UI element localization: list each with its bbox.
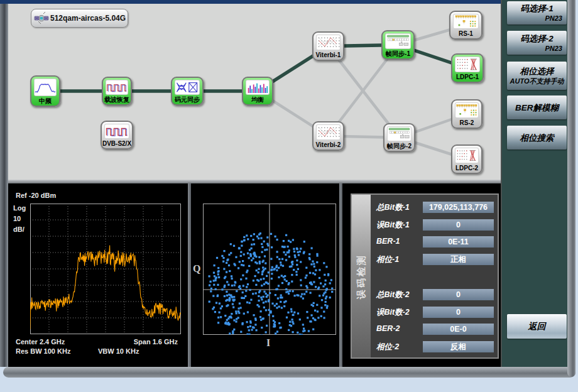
ber-row-value: 179,025,113,776 (423, 202, 494, 213)
spectrum-center-label: Center 2.4 GHz (16, 338, 65, 346)
flow-node-label: 载波恢复 (103, 95, 131, 104)
flow-node-carrier-recovery[interactable]: 载波恢复 (102, 77, 132, 106)
window-right-frame (567, 0, 575, 377)
rs-icon (453, 14, 479, 29)
ber-row: 误Bit数-20 (371, 307, 498, 319)
flow-node-frame-sync-2[interactable]: 帧同步-2 (383, 123, 415, 152)
sidebar-button-1[interactable]: 码选择-1PN23 (507, 1, 567, 24)
flow-diagram-panel: 512qam-aircas-5.04G 中频载波恢复DVB-S2/X码元同步均衡… (8, 4, 501, 180)
signal-source-button[interactable]: 512qam-aircas-5.04G (31, 9, 128, 28)
flow-node-symbol-sync[interactable]: 码元同步 (171, 77, 204, 106)
ber-row-label: 相位-2 (376, 342, 399, 352)
signal-source-label: 512qam-aircas-5.04G (50, 14, 126, 23)
sidebar-button-4[interactable]: BER解模糊 (507, 95, 567, 119)
ber-row-value: 正相 (423, 254, 494, 265)
flow-node-label: RS-1 (450, 29, 481, 38)
spectrum-icon (34, 79, 57, 96)
eye-icon (175, 80, 200, 95)
sidebar: 返回 码选择-1PN23码选择-2PN23相位选择AUTO不支持手动BER解模糊… (501, 0, 567, 367)
flow-node-ldpc-1[interactable]: LDPC-1 (451, 53, 484, 83)
spectrum-scale-labels: Log 10 dB/ (13, 203, 26, 235)
sidebar-button-3[interactable]: 相位选择AUTO不支持手动 (507, 62, 567, 90)
flow-node-frame-sync-1[interactable]: 帧同步-1 (381, 30, 415, 60)
app-window: 512qam-aircas-5.04G 中频载波恢复DVB-S2/X码元同步均衡… (0, 0, 578, 392)
ber-side-strip: 误码检测 (352, 195, 371, 357)
sidebar-button-5[interactable]: 相位搜索 (507, 126, 567, 150)
i-axis-label: I (266, 337, 270, 349)
ber-row-label: 总Bit数-1 (376, 202, 410, 213)
ber-row-value: 0E-11 (423, 236, 494, 248)
flow-node-label: 均衡 (243, 95, 272, 104)
flow-node-label: Viterbi-2 (314, 140, 343, 150)
flow-node-label: Viterbi-1 (314, 50, 343, 60)
ber-row: 相位-2反相 (371, 341, 498, 354)
flow-node-label: RS-2 (452, 118, 481, 128)
ber-panel: 误码检测 总Bit数-1179,025,113,776误Bit数-10BER-1… (342, 183, 501, 367)
sidebar-button-sublabel: AUTO不支持手动 (507, 77, 567, 85)
frame-icon (385, 33, 411, 49)
spectrum-ref-label: Ref -20 dBm (16, 192, 56, 199)
flow-node-label: LDPC-1 (452, 72, 483, 82)
ber-row-label: 误Bit数-1 (376, 220, 410, 231)
sidebar-button-2[interactable]: 码选择-2PN23 (507, 31, 567, 55)
flow-node-label: 中频 (31, 96, 59, 106)
sidebar-button-sublabel: PN23 (507, 44, 567, 53)
spectrum-panel: Ref -20 dBm Log 10 dB/ Center 2.4 GHz Sp… (8, 183, 188, 367)
flow-node-viterbi-2[interactable]: Viterbi-2 (312, 121, 344, 151)
squarewave-icon (106, 80, 128, 95)
back-button[interactable]: 返回 (507, 314, 567, 339)
constellation-plot (203, 204, 336, 335)
spectrum-vbw-label: VBW 10 KHz (98, 347, 139, 355)
flow-node-label: 帧同步-2 (384, 141, 414, 151)
ldpc-icon (455, 57, 480, 72)
ldpc-icon (455, 148, 479, 163)
flow-node-rs-2[interactable]: RS-2 (451, 99, 483, 129)
ber-row-label: 相位-1 (376, 254, 399, 265)
ber-row-value: 0E-0 (423, 324, 494, 335)
flow-node-label: 帧同步-1 (383, 49, 413, 58)
flow-node-label: DVB-S2/X (102, 139, 132, 148)
ber-row: 相位-1正相 (371, 254, 498, 266)
sidebar-button-sublabel: PN23 (507, 14, 567, 23)
spectrum-plot (30, 204, 181, 334)
q-axis-label: Q (193, 263, 200, 275)
flow-node-rs-1[interactable]: RS-1 (449, 11, 483, 40)
window-bottom-frame (3, 367, 575, 378)
ber-side-label: 误码检测 (356, 254, 368, 299)
ber-row-label: 误Bit数-2 (376, 307, 410, 318)
sidebar-button-label: 相位搜索 (507, 133, 567, 143)
flow-node-equalizer[interactable]: 均衡 (242, 77, 273, 106)
bars-icon (246, 80, 270, 95)
sidebar-button-label: 码选择-1 (507, 3, 567, 14)
flow-node-label: LDPC-2 (452, 163, 481, 173)
ber-row-value: 0 (423, 219, 494, 231)
ber-row-label: BER-1 (376, 237, 400, 246)
ber-row: 误Bit数-10 (371, 219, 498, 232)
satellite-icon (34, 11, 49, 26)
spectrum-span-label: Span 1.6 GHz (134, 338, 178, 346)
flow-node-viterbi-1[interactable]: Viterbi-1 (312, 31, 344, 61)
flow-node-ldpc-2[interactable]: LDPC-2 (451, 144, 483, 174)
spectrum-trace (30, 246, 180, 330)
window-left-frame (0, 4, 8, 367)
sidebar-button-label: 相位选择 (507, 66, 567, 77)
trellis-icon (316, 124, 341, 140)
rs-icon (455, 102, 479, 118)
flow-node-dvb-s2x[interactable]: DVB-S2/X (101, 121, 133, 150)
ber-row: BER-10E-11 (371, 236, 498, 249)
ber-stats-box: 误码检测 总Bit数-1179,025,113,776误Bit数-10BER-1… (351, 193, 499, 359)
ber-row-label: BER-2 (376, 324, 400, 333)
sidebar-button-label: 码选择-2 (507, 33, 567, 44)
ber-row-value: 0 (423, 307, 494, 318)
ber-row: BER-20E-0 (371, 324, 498, 336)
trellis-icon (316, 35, 341, 50)
flow-node-label: 码元同步 (172, 95, 202, 104)
ber-row-label: 总Bit数-2 (376, 290, 410, 300)
spectrum-rbw-label: Res BW 100 KHz (16, 347, 70, 355)
ber-row-value: 0 (423, 289, 494, 300)
ber-row: 总Bit数-1179,025,113,776 (371, 202, 498, 214)
sidebar-button-label: BER解模糊 (507, 102, 567, 113)
squarewave-icon (104, 124, 129, 139)
constellation-panel: Q I (191, 183, 339, 367)
flow-node-if[interactable]: 中频 (30, 75, 60, 107)
